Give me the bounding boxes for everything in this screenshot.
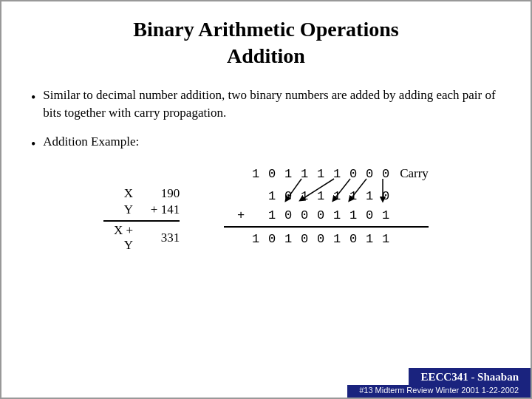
binary-sum-row: 1 0 1 0 0 1 0 1 1 (224, 229, 394, 248)
left-table: X 190 Y + 141 X + Y 331 (103, 186, 180, 254)
label-x: X (103, 186, 133, 201)
left-row-sum: X + Y 331 (103, 223, 180, 253)
title-line2: Addition (31, 43, 501, 69)
bullet-2: • Addition Example: (31, 133, 501, 154)
y-b1: 1 (264, 208, 280, 222)
x-b6: 1 (345, 189, 361, 203)
left-row-x: X 190 (103, 186, 180, 201)
sum-b8: 1 (378, 232, 394, 246)
x-prefix (224, 189, 245, 203)
sum-b0: 1 (248, 232, 264, 246)
value-y: + 141 (139, 202, 180, 217)
sum-b2: 1 (280, 232, 296, 246)
y-b5: 1 (329, 208, 345, 222)
bullet-2-section: • Addition Example: (31, 133, 501, 154)
binary-x-row: 1 0 1 1 1 1 1 0 (224, 186, 394, 205)
y-b7: 0 (361, 208, 378, 222)
x-b5: 1 (329, 189, 345, 203)
binary-carry-row: 1 0 1 1 1 1 0 0 0 Carry (224, 164, 429, 183)
binary-divider (224, 226, 429, 228)
carry-prefix (224, 167, 245, 181)
carry-b6: 0 (345, 167, 361, 181)
footer-title: EECC341 - Shaaban (409, 368, 531, 385)
bullet-dot-1: • (31, 88, 35, 107)
carry-label: Carry (400, 166, 429, 181)
x-b8: 0 (378, 189, 394, 203)
value-x: 190 (139, 186, 180, 201)
x-b1: 1 (264, 189, 280, 203)
y-b6: 1 (345, 208, 361, 222)
footer-info: #13 Midterm Review Winter 2001 1-22-2002 (347, 385, 531, 398)
slide: Binary Arithmetic Operations Addition • … (0, 0, 532, 399)
bullet-text-2: Addition Example: (43, 133, 501, 151)
y-b3: 0 (296, 208, 313, 222)
carry-b4: 1 (313, 167, 329, 181)
y-b0 (248, 208, 264, 222)
carry-b1: 0 (264, 167, 280, 181)
diagram-area: X 190 Y + 141 X + Y 331 (31, 164, 501, 254)
bullet-text-1: Similar to decimal number addition, two … (43, 86, 501, 123)
x-b7: 1 (361, 189, 378, 203)
sum-b5: 1 (329, 232, 345, 246)
left-divider (103, 220, 180, 222)
sum-b3: 0 (296, 232, 313, 246)
slide-title: Binary Arithmetic Operations Addition (31, 16, 501, 70)
right-binary: 1 0 1 1 1 1 0 0 0 Carry 1 0 1 (224, 164, 429, 248)
carry-b2: 1 (280, 167, 296, 181)
sum-b6: 0 (345, 232, 361, 246)
sum-prefix (224, 232, 245, 246)
footer: EECC341 - Shaaban #13 Midterm Review Win… (347, 368, 531, 398)
x-b2: 0 (280, 189, 296, 203)
carry-b0: 1 (248, 167, 264, 181)
y-b2: 0 (280, 208, 296, 222)
sum-b4: 0 (313, 232, 329, 246)
y-b4: 0 (313, 208, 329, 222)
left-row-y: Y + 141 (103, 202, 180, 217)
bullet-1: • Similar to decimal number addition, tw… (31, 86, 501, 123)
label-y: Y (103, 202, 133, 217)
x-b4: 1 (313, 189, 329, 203)
title-line1: Binary Arithmetic Operations (31, 16, 501, 43)
binary-y-row: + 1 0 0 0 1 1 0 1 (224, 205, 394, 225)
sum-b7: 1 (361, 232, 378, 246)
carry-b8: 0 (378, 167, 394, 181)
binary-section: 1 0 1 1 1 1 0 0 0 Carry 1 0 1 (224, 164, 429, 254)
label-sum: X + Y (103, 223, 133, 253)
x-b3: 1 (296, 189, 313, 203)
carry-b7: 0 (361, 167, 378, 181)
bullet-dot-2: • (31, 134, 35, 154)
y-prefix: + (224, 208, 245, 222)
y-b8: 1 (378, 208, 394, 222)
value-sum: 331 (139, 231, 180, 245)
bullet-1-section: • Similar to decimal number addition, tw… (31, 86, 501, 123)
sum-b1: 0 (264, 232, 280, 246)
x-b0 (248, 189, 264, 203)
carry-b5: 1 (329, 167, 345, 181)
carry-b3: 1 (296, 167, 313, 181)
